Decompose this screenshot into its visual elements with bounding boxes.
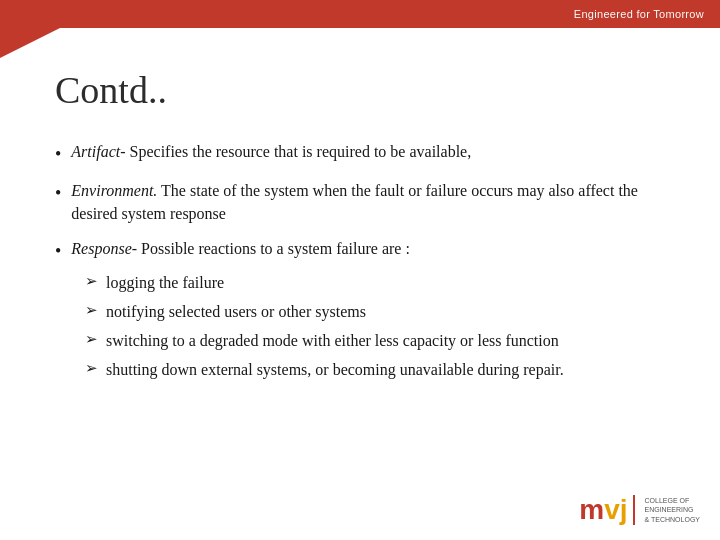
artifact-rest: Specifies the resource that is required … bbox=[126, 143, 472, 160]
sub-item-switching: ➢ switching to a degraded mode with eith… bbox=[55, 329, 564, 352]
logo-tagline-line1: COLLEGE OF bbox=[645, 496, 701, 505]
main-bullet-list: • Artifact- Specifies the resource that … bbox=[55, 140, 665, 387]
logo-tagline: COLLEGE OF ENGINEERING & TECHNOLOGY bbox=[645, 496, 701, 523]
mvj-logo: mvj bbox=[579, 494, 627, 526]
arrow-icon-4: ➢ bbox=[85, 358, 98, 380]
bullet-dot-3: • bbox=[55, 238, 61, 264]
artifact-italic: Artifact- bbox=[71, 143, 125, 160]
bullet-artifact: • Artifact- Specifies the resource that … bbox=[55, 140, 665, 167]
top-bar: Engineered for Tomorrow bbox=[0, 0, 720, 28]
sub-item-notifying: ➢ notifying selected users or other syst… bbox=[55, 300, 564, 323]
sub-text-notifying: notifying selected users or other system… bbox=[106, 300, 564, 323]
arrow-icon-1: ➢ bbox=[85, 271, 98, 293]
bullet-environment: • Environment. The state of the system w… bbox=[55, 179, 665, 225]
bullet-response: • Response- Possible reactions to a syst… bbox=[55, 237, 665, 387]
logo-tagline-line3: & TECHNOLOGY bbox=[645, 515, 701, 524]
logo-tagline-line2: ENGINEERING bbox=[645, 505, 701, 514]
arrow-icon-3: ➢ bbox=[85, 329, 98, 351]
environment-italic: Environment. bbox=[71, 182, 157, 199]
response-sub-list: ➢ logging the failure ➢ notifying select… bbox=[55, 271, 564, 388]
sub-text-logging: logging the failure bbox=[106, 271, 564, 294]
arrow-icon-2: ➢ bbox=[85, 300, 98, 322]
slide-content: Contd.. • Artifact- Specifies the resour… bbox=[0, 28, 720, 540]
response-italic: Response- bbox=[71, 240, 137, 257]
sub-text-switching: switching to a degraded mode with either… bbox=[106, 329, 564, 352]
logo-divider bbox=[633, 495, 635, 525]
bullet-text-artifact: Artifact- Specifies the resource that is… bbox=[71, 140, 471, 163]
sub-text-shutting: shutting down external systems, or becom… bbox=[106, 358, 564, 381]
sub-item-shutting: ➢ shutting down external systems, or bec… bbox=[55, 358, 564, 381]
bullet-dot-2: • bbox=[55, 180, 61, 206]
slide-title: Contd.. bbox=[55, 68, 665, 112]
logo-letter-vj: vj bbox=[604, 494, 627, 526]
bullet-dot-1: • bbox=[55, 141, 61, 167]
sub-item-logging: ➢ logging the failure bbox=[55, 271, 564, 294]
logo-area: mvj COLLEGE OF ENGINEERING & TECHNOLOGY bbox=[579, 494, 700, 526]
brand-tagline: Engineered for Tomorrow bbox=[574, 8, 704, 20]
logo-letter-m: m bbox=[579, 494, 604, 526]
bullet-text-response: Response- Possible reactions to a system… bbox=[71, 237, 410, 260]
response-rest: Possible reactions to a system failure a… bbox=[137, 240, 410, 257]
environment-rest: The state of the system when the fault o… bbox=[71, 182, 638, 222]
bullet-text-environment: Environment. The state of the system whe… bbox=[71, 179, 665, 225]
